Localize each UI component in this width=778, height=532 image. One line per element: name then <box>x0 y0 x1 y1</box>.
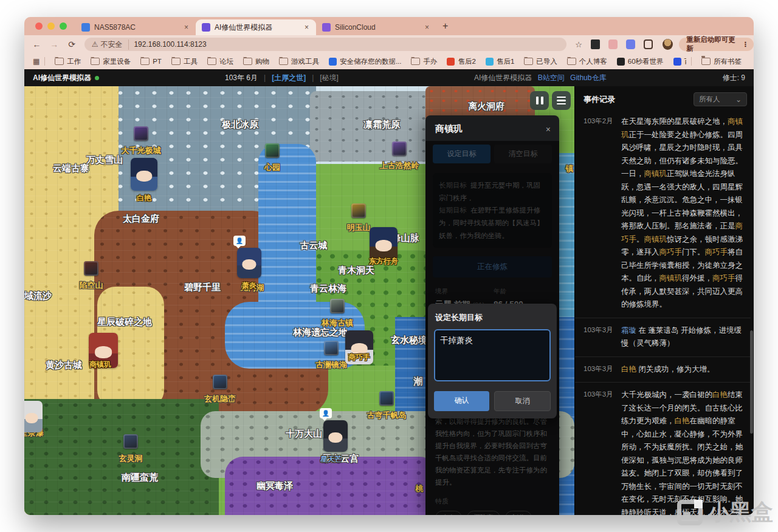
building-icon[interactable] <box>213 375 227 389</box>
character-sprite[interactable] <box>323 420 348 452</box>
building-icon[interactable] <box>84 261 98 276</box>
era-link[interactable]: [土厚之世] <box>272 73 306 83</box>
extension-icon-1[interactable] <box>591 39 600 49</box>
security-chip[interactable]: ⚠ 不安全 <box>92 39 129 50</box>
map-site-label[interactable]: 古澜镜湖 <box>315 360 347 370</box>
bookmark-item[interactable]: 家里设备 <box>91 57 131 66</box>
bookmark-star-icon[interactable]: ☆ <box>575 40 582 49</box>
event-entry: 103年3月霜璇 在 蓬莱遗岛 开始修炼，进境缓慢（灵气稀薄） <box>575 318 751 357</box>
goal-input[interactable] <box>434 329 551 381</box>
secret-realm-link[interactable]: [秘境] <box>320 73 339 83</box>
browser-tab[interactable]: AI修仙世界模拟器× <box>196 19 316 35</box>
bookmark-item[interactable]: 游戏工具 <box>279 57 319 66</box>
browser-tab[interactable]: NAS5878AC× <box>75 19 196 35</box>
map-site-label[interactable]: 玄灵洞 <box>119 453 143 464</box>
profile-avatar[interactable] <box>663 39 673 50</box>
map-site-label[interactable]: 桃 <box>416 483 424 494</box>
panel-scrollbar[interactable] <box>750 330 753 434</box>
tab-close-icon[interactable]: × <box>303 23 310 32</box>
bookmark-item[interactable]: 已导入 <box>524 57 557 66</box>
bookmark-item[interactable]: 60秒看世界 <box>617 57 664 66</box>
browser-tab[interactable]: SiliconCloud× <box>316 19 436 35</box>
character-name-link[interactable]: 商巧手 <box>712 274 735 282</box>
bookmark-item[interactable]: 售后2 <box>447 57 475 66</box>
building-icon[interactable] <box>123 434 138 449</box>
character-name-link[interactable]: 商巧手 <box>659 248 683 256</box>
bookmark-item[interactable]: 工具 <box>171 57 198 66</box>
pause-button[interactable] <box>530 91 549 110</box>
building-icon[interactable] <box>265 143 280 158</box>
bookmark-item[interactable]: 购物 <box>243 57 269 66</box>
character-name-link[interactable]: 白艳 <box>712 390 728 399</box>
character-name-label[interactable]: 星天芒 <box>320 454 342 465</box>
all-bookmarks-button[interactable]: 所有书签 <box>701 57 742 66</box>
map-menu-button[interactable] <box>552 91 571 110</box>
confirm-button[interactable]: 确认 <box>434 391 489 411</box>
forward-button[interactable]: → <box>49 39 60 49</box>
tab-close-icon[interactable]: × <box>424 23 430 32</box>
building-icon[interactable] <box>392 142 407 156</box>
bookmark-item[interactable]: 售后1 <box>486 57 514 66</box>
character-name-label[interactable]: 东方行舟 <box>369 256 398 267</box>
address-bar[interactable]: ⚠ 不安全 192.168.100.114:8123 <box>84 38 567 51</box>
map-site-label[interactable]: 心园 <box>264 162 280 173</box>
audience-filter-dropdown[interactable]: 所有人 ⌄ <box>694 92 747 106</box>
bookmark-item[interactable]: 手办 <box>411 57 437 66</box>
map-site-label[interactable]: 古穹千帆岛 <box>367 410 407 421</box>
map-site-label[interactable]: 上古浩然岭 <box>380 160 419 171</box>
character-name-link[interactable]: 霜璇 <box>621 326 636 335</box>
update-button[interactable]: 重新启动即可更新 ⋮ <box>679 38 754 51</box>
bookmark-item[interactable]: PT <box>140 58 162 65</box>
tab-close-icon[interactable]: × <box>183 23 190 32</box>
map-site-label[interactable]: 镇 <box>566 163 574 174</box>
building-icon[interactable] <box>330 299 345 313</box>
event-text-segment: 。 <box>636 235 644 244</box>
character-name-link[interactable]: 商镇玑 <box>659 274 683 282</box>
apps-grid-icon[interactable]: ▦ <box>33 57 40 66</box>
close-icon[interactable]: × <box>546 124 551 134</box>
character-name-label[interactable]: 白艳 <box>137 193 151 203</box>
new-tab-button[interactable]: + <box>442 21 448 32</box>
character-name-label[interactable]: 商镇玑 <box>89 360 111 370</box>
reload-button[interactable]: ⟳ <box>67 39 77 49</box>
building-icon[interactable] <box>379 391 394 406</box>
building-icon[interactable] <box>324 341 339 355</box>
character-name-link[interactable]: 商镇玑 <box>644 235 667 244</box>
extensions-puzzle-icon[interactable] <box>644 39 653 49</box>
building-icon[interactable] <box>134 126 148 141</box>
building-icon[interactable] <box>351 203 366 218</box>
character-sprite[interactable] <box>24 401 43 432</box>
tab-favicon <box>81 23 90 32</box>
bookmark-item[interactable]: 工作 <box>55 57 81 66</box>
map-site-label[interactable]: 陷空山 <box>80 280 103 291</box>
extension-icon-2[interactable] <box>608 39 618 49</box>
character-name-link[interactable]: 商镇玑 <box>644 169 667 178</box>
github-link[interactable]: Github仓库 <box>570 73 606 82</box>
character-name-label[interactable]: 商巧手 <box>348 352 370 363</box>
character-sprite[interactable] <box>131 158 157 191</box>
browser-menu-dots-icon[interactable]: ⋮ <box>742 40 749 49</box>
zoom-window-button[interactable] <box>60 22 67 30</box>
bookmark-item[interactable]: 百度一下，你就知道 <box>673 57 686 66</box>
character-name-link[interactable]: 白艳 <box>621 365 636 373</box>
map-site-label[interactable]: 大千光极城 <box>122 145 161 156</box>
map-site-label[interactable]: 林海古镇 <box>322 318 353 329</box>
minimize-window-button[interactable] <box>47 22 55 30</box>
character-name-link[interactable]: 白艳 <box>675 417 690 425</box>
map-site-label[interactable]: 明玉山 <box>347 222 371 233</box>
bookmark-item[interactable]: 个人博客 <box>567 57 607 66</box>
map-site-label[interactable]: 玄机隐峦 <box>204 394 236 404</box>
extension-icon-3[interactable] <box>626 39 635 49</box>
bilibili-link[interactable]: B站空间 <box>538 73 565 82</box>
event-date: 103年3月 <box>584 389 621 515</box>
character-sprite[interactable] <box>237 248 261 278</box>
bookmark-item[interactable]: 论坛 <box>207 57 233 66</box>
character-name-link[interactable]: 商巧手 <box>705 248 728 256</box>
close-window-button[interactable] <box>35 22 43 30</box>
character-name-label[interactable]: 萧炎 <box>242 281 256 291</box>
world-map[interactable]: 极北冰原凛霜荒原离火洞府万丈雪山云端古寨太白金府古云城峰山脉青木洞天青云林海碧野… <box>24 86 574 515</box>
game-date: 103年 6月 <box>225 73 258 83</box>
cancel-button[interactable]: 取消 <box>494 391 551 411</box>
bookmark-item[interactable]: 安全储存您的数据... <box>329 57 402 66</box>
back-button[interactable]: ← <box>32 39 42 49</box>
